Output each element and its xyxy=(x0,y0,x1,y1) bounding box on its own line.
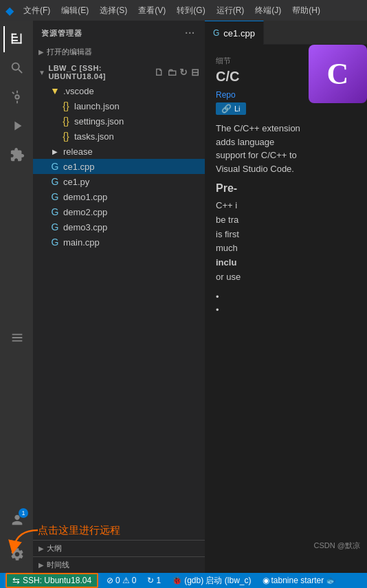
menu-help[interactable]: 帮助(H) xyxy=(288,3,324,18)
activity-source-control[interactable] xyxy=(3,84,30,110)
file-tasks-json-label: tasks.json xyxy=(74,131,205,142)
file-ce1-py-label: ce1.py xyxy=(63,177,205,187)
menu-edit[interactable]: 编辑(E) xyxy=(57,3,93,18)
cpp-icon-4: G xyxy=(49,221,60,232)
file-ce1-cpp[interactable]: G ce1.cpp xyxy=(33,159,205,174)
file-demo3-cpp[interactable]: G demo3.cpp xyxy=(33,219,205,235)
warning-icon: ⚠ xyxy=(122,576,130,585)
outline-chevron-icon: ▶ xyxy=(38,545,44,552)
svg-rect-2 xyxy=(12,43,22,44)
warning-count: 0 xyxy=(132,576,137,585)
tabnine-icon: ◉ xyxy=(263,576,269,585)
project-chevron-icon: ▼ xyxy=(38,69,45,76)
menu-file[interactable]: 文件(F) xyxy=(19,3,54,18)
json-icon-2: {} xyxy=(60,116,71,127)
file-tasks-json[interactable]: {} tasks.json xyxy=(33,129,205,144)
activity-settings[interactable] xyxy=(3,541,30,567)
editor-area: G ce1.cpp C 细节 C/C Repo 🔗 Li The C/C++ e… xyxy=(205,21,367,573)
new-folder-icon[interactable]: 🗀 xyxy=(167,67,177,78)
menu-select[interactable]: 选择(S) xyxy=(96,3,131,18)
activity-remote[interactable] xyxy=(3,325,30,351)
chevron-right-icon: ▶ xyxy=(38,48,44,56)
extension-logo-area: C xyxy=(309,45,367,103)
refresh-icon[interactable]: ↻ xyxy=(179,67,188,78)
new-file-icon[interactable]: 🗋 xyxy=(154,67,164,78)
py-icon: G xyxy=(49,176,60,187)
ssh-label: SSH: Ubuntu18.04 xyxy=(23,576,91,585)
project-section-header[interactable]: ▼ LBW_C [SSH: UBUNTU18.04] 🗋 🗀 ↻ ⊟ xyxy=(33,61,205,83)
file-demo1-cpp-label: demo1.cpp xyxy=(63,192,205,202)
file-settings-json-label: settings.json xyxy=(74,116,205,127)
svg-rect-1 xyxy=(12,34,13,44)
status-tabnine[interactable]: ◉ tabnine starter 🐟 xyxy=(260,573,340,588)
status-errors[interactable]: ⊘ 0 ⚠ 0 xyxy=(104,573,139,588)
open-editors-label: 打开的编辑器 xyxy=(47,47,92,57)
file-ce1-py[interactable]: G ce1.py xyxy=(33,174,205,189)
collapse-icon[interactable]: ⊟ xyxy=(191,67,200,78)
menu-bar: 文件(F) 编辑(E) 选择(S) 查看(V) 转到(G) 运行(R) 终端(J… xyxy=(19,3,324,18)
cpp-icon: G xyxy=(49,161,60,172)
extension-panel: 细节 C/C Repo 🔗 Li The C/C++ extension add… xyxy=(205,45,367,573)
activity-extensions[interactable] xyxy=(3,142,30,168)
error-count: 0 xyxy=(115,576,120,585)
folder-icon: ▼ xyxy=(49,85,60,96)
file-tree: ▼ LBW_C [SSH: UBUNTU18.04] 🗋 🗀 ↻ ⊟ ▼ .vs… xyxy=(33,61,205,540)
menu-view[interactable]: 查看(V) xyxy=(134,3,170,18)
menu-run[interactable]: 运行(R) xyxy=(212,3,249,18)
outline-label: 大纲 xyxy=(47,543,62,554)
file-main-cpp[interactable]: G main.cpp xyxy=(33,235,205,250)
menu-goto[interactable]: 转到(G) xyxy=(173,3,209,18)
file-demo1-cpp[interactable]: G demo1.cpp xyxy=(33,189,205,204)
json-icon-3: {} xyxy=(60,131,71,142)
tabnine-emoji: 🐟 xyxy=(326,576,336,585)
file-demo3-cpp-label: demo3.cpp xyxy=(63,222,205,232)
tab-bar: G ce1.cpp xyxy=(205,21,367,45)
sidebar-header-actions: ··· xyxy=(184,26,197,40)
debug-label: (gdb) 启动 (lbw_c) xyxy=(184,575,251,587)
tab-file-icon: G xyxy=(213,28,219,38)
status-ssh-button[interactable]: ⇆ SSH: Ubuntu18.04 xyxy=(5,573,98,588)
file-demo2-cpp-label: demo2.cpp xyxy=(63,207,205,217)
vscode-icon: ◆ xyxy=(5,4,14,17)
sync-icon: ↻ xyxy=(147,576,154,585)
timeline-toggle[interactable]: ▶ 时间线 xyxy=(33,557,205,573)
tab-ce1-cpp[interactable]: G ce1.cpp xyxy=(205,21,264,45)
activity-run[interactable] xyxy=(3,113,30,139)
activity-accounts[interactable]: 1 xyxy=(3,507,30,533)
project-actions: 🗋 🗀 ↻ ⊟ xyxy=(154,67,199,78)
tabnine-label: tabnine starter xyxy=(271,576,324,585)
accounts-badge: 1 xyxy=(19,508,28,518)
status-bar: ⇆ SSH: Ubuntu18.04 ⊘ 0 ⚠ 0 ↻ 1 🐞 (gdb) 启… xyxy=(0,573,367,588)
ssh-arrows-icon: ⇆ xyxy=(12,576,20,586)
file-demo2-cpp[interactable]: G demo2.cpp xyxy=(33,204,205,219)
sync-count: 1 xyxy=(156,576,161,585)
json-icon: {} xyxy=(60,100,71,111)
activity-search[interactable] xyxy=(3,55,30,81)
status-sync[interactable]: ↻ 1 xyxy=(144,573,164,588)
open-editors-toggle[interactable]: ▶ 打开的编辑器 xyxy=(33,45,205,58)
folder-vscode[interactable]: ▼ .vscode xyxy=(33,83,205,98)
file-launch-json[interactable]: {} launch.json xyxy=(33,98,205,113)
timeline-chevron-icon: ▶ xyxy=(38,561,44,569)
bullet-icon-2: • xyxy=(216,305,219,315)
open-editors-section: ▶ 打开的编辑器 xyxy=(33,43,205,61)
status-debug[interactable]: 🐞 (gdb) 启动 (lbw_c) xyxy=(169,573,254,588)
prereq-title: Pre- xyxy=(216,182,305,195)
ellipsis-icon[interactable]: ··· xyxy=(184,26,197,40)
outline-toggle[interactable]: ▶ 大纲 xyxy=(33,541,205,556)
folder-release[interactable]: ▶ release xyxy=(33,144,205,159)
menu-terminal[interactable]: 终端(J) xyxy=(251,3,285,18)
svg-rect-5 xyxy=(12,40,18,41)
bullet-list: • • xyxy=(216,292,305,315)
activity-explorer[interactable] xyxy=(3,26,30,52)
folder-vscode-label: .vscode xyxy=(63,86,205,96)
repo-badge[interactable]: 🔗 Li xyxy=(216,102,246,115)
file-settings-json[interactable]: {} settings.json xyxy=(33,113,205,129)
project-name: LBW_C [SSH: UBUNTU18.04] xyxy=(48,64,154,80)
debug-icon: 🐞 xyxy=(172,576,182,585)
ext-title: C/C xyxy=(216,69,305,85)
repo-label: Repo xyxy=(216,90,305,100)
ext-description: The C/C++ extension adds language suppor… xyxy=(216,122,305,175)
cpp-icon-5: G xyxy=(49,237,60,248)
folder-collapsed-icon: ▶ xyxy=(49,148,60,155)
